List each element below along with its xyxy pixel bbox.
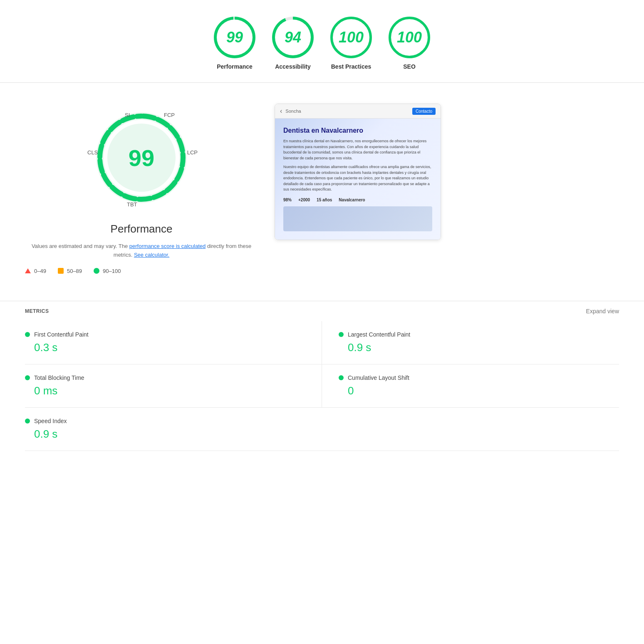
performance-score-link[interactable]: performance score is calculated (129, 243, 206, 249)
metric-value-si: 0.9 s (34, 428, 619, 441)
score-label-best-practices: Best Practices (331, 63, 372, 70)
gauge-container: 99 SI FCP CLS LCP TBT (25, 99, 258, 216)
metric-si: Speed Index 0.9 s (25, 408, 619, 451)
right-panel: ‹ Soncha Contacto Dentista en Navalcarne… (275, 99, 441, 284)
metric-fcp: First Contentful Paint 0.3 s (25, 321, 322, 364)
score-value-performance: 99 (226, 29, 243, 46)
preview-content: Dentista en Navalcarnero En nuestra clín… (275, 119, 441, 240)
metrics-title: METRICS (25, 308, 49, 314)
metric-value-lcp: 0.9 s (348, 341, 611, 354)
legend-range-orange: 50–89 (67, 268, 82, 274)
metric-label-cls: Cumulative Layout Shift (348, 374, 409, 381)
metric-dot-lcp (339, 332, 344, 337)
preview-title: Dentista en Navalcarnero (283, 127, 432, 134)
metric-lcp: Largest Contentful Paint 0.9 s (322, 321, 619, 364)
legend: 0–49 50–89 90–100 (25, 268, 258, 274)
preview-text2: Nuestro equipo de dentistas altamente cu… (283, 164, 432, 193)
score-label-accessibility: Accessibility (275, 63, 311, 70)
legend-icon-orange (58, 268, 64, 274)
score-value-best-practices: 100 (339, 29, 364, 46)
browser-url: Soncha (285, 109, 409, 114)
metric-dot-fcp (25, 332, 30, 337)
gauge-label-lcp: LCP (187, 149, 198, 156)
score-accessibility: 94 Accessibility (272, 17, 314, 70)
score-best-practices: 100 Best Practices (330, 17, 372, 70)
estimated-main: Values are estimated and may vary. The (32, 243, 128, 249)
metric-label-fcp: First Contentful Paint (34, 331, 89, 338)
metric-value-fcp: 0.3 s (34, 341, 305, 354)
legend-item-red: 0–49 (25, 268, 46, 274)
main-content: 99 SI FCP CLS LCP TBT Performance Values… (0, 83, 644, 301)
metric-dot-si (25, 419, 30, 424)
expand-view-button[interactable]: Expand view (586, 308, 619, 315)
calculator-link[interactable]: See calculator. (134, 252, 169, 258)
website-preview: ‹ Soncha Contacto Dentista en Navalcarne… (275, 104, 441, 240)
metrics-header: METRICS Expand view (0, 301, 644, 321)
estimated-text: Values are estimated and may vary. The p… (25, 242, 258, 260)
legend-range-green: 90–100 (103, 268, 121, 274)
legend-icon-red (25, 268, 31, 273)
metric-cls: Cumulative Layout Shift 0 (322, 364, 619, 408)
gauge-center-score: 99 (129, 144, 154, 171)
preview-stats: 98% +2000 15 años Navalcarnero (283, 198, 432, 202)
metrics-grid: First Contentful Paint 0.3 s Largest Con… (0, 321, 644, 408)
browser-bar: ‹ Soncha Contacto (275, 104, 441, 119)
top-scores-section: 99 Performance 94 Accessibility 100 Best… (0, 0, 644, 83)
preview-stat3: 15 años (317, 198, 332, 202)
browser-back-icon[interactable]: ‹ (280, 107, 282, 115)
legend-icon-green (94, 268, 99, 274)
metric-label-si: Speed Index (34, 418, 67, 424)
score-value-seo: 100 (397, 29, 422, 46)
preview-image-area (283, 206, 432, 231)
metric-value-cls: 0 (348, 384, 611, 397)
gauge-label-tbt: TBT (127, 201, 137, 208)
gauge-label-si: SI (125, 112, 130, 118)
legend-item-green: 90–100 (94, 268, 121, 274)
metric-tbt: Total Blocking Time 0 ms (25, 364, 322, 408)
metric-label-tbt: Total Blocking Time (34, 374, 84, 381)
metrics-last: Speed Index 0.9 s (0, 408, 644, 451)
browser-cta: Contacto (412, 108, 436, 115)
preview-stat4: Navalcarnero (339, 198, 365, 202)
preview-stat1: 98% (283, 198, 292, 202)
left-panel: 99 SI FCP CLS LCP TBT Performance Values… (25, 99, 258, 284)
metric-label-lcp: Largest Contentful Paint (348, 331, 410, 338)
preview-stat2: +2000 (298, 198, 310, 202)
gauge-label-fcp: FCP (164, 112, 175, 118)
legend-range-red: 0–49 (34, 268, 46, 274)
metric-value-tbt: 0 ms (34, 384, 305, 397)
metric-dot-tbt (25, 375, 30, 380)
score-label-performance: Performance (217, 63, 253, 70)
legend-item-orange: 50–89 (58, 268, 82, 274)
preview-text1: En nuestra clínica dental en Navalcarner… (283, 139, 432, 161)
performance-title: Performance (25, 223, 258, 235)
score-seo: 100 SEO (389, 17, 430, 70)
score-label-seo: SEO (403, 63, 416, 70)
score-value-accessibility: 94 (285, 29, 301, 46)
score-performance: 99 Performance (214, 17, 255, 70)
metric-dot-cls (339, 375, 344, 380)
gauge-label-cls: CLS (87, 149, 98, 156)
